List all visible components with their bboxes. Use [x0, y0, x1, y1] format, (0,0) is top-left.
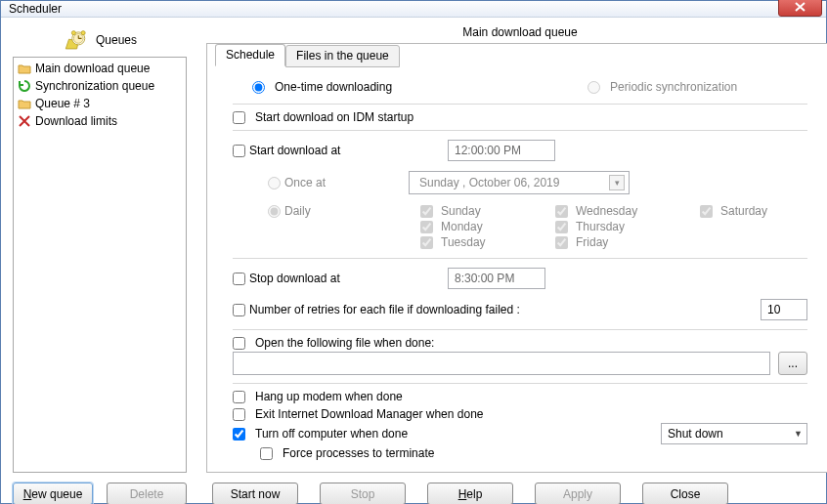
- clock-icon: [63, 28, 88, 52]
- sync-icon: [18, 79, 31, 93]
- stop-time-input[interactable]: [448, 268, 545, 289]
- hangup-checkbox[interactable]: [233, 391, 245, 403]
- startup-checkbox[interactable]: [233, 111, 245, 124]
- tab-files[interactable]: Files in the queue: [285, 45, 400, 67]
- chevron-down-icon: ▼: [794, 429, 803, 439]
- titlebar: Scheduler: [1, 1, 826, 18]
- days-grid: Sunday Wednesday Saturday Monday Thursda…: [420, 204, 807, 249]
- limits-icon: [18, 114, 31, 128]
- chevron-down-icon[interactable]: ▾: [609, 175, 625, 190]
- once-row: Once at Sunday , October 06, 2019 ▾: [233, 166, 807, 199]
- content-area: Queues Main download queue Synchronizati…: [1, 18, 826, 504]
- divider: [233, 104, 807, 105]
- svg-point-2: [71, 31, 75, 35]
- hangup-row: Hang up modem when done: [233, 388, 807, 405]
- queue-list[interactable]: Main download queue Synchronization queu…: [13, 57, 187, 473]
- svg-point-3: [81, 31, 85, 35]
- retries-checkbox[interactable]: [233, 304, 245, 316]
- stop-at-checkbox[interactable]: [233, 273, 245, 285]
- tab-schedule[interactable]: Schedule: [215, 44, 285, 66]
- start-at-checkbox[interactable]: [233, 145, 245, 157]
- turnoff-checkbox[interactable]: [233, 428, 245, 441]
- periodic-radio[interactable]: Periodic synchronization: [588, 80, 737, 94]
- open-file-checkbox[interactable]: [233, 337, 245, 350]
- delete-queue-button[interactable]: Delete: [107, 483, 187, 504]
- browse-button[interactable]: ...: [778, 352, 807, 375]
- queue-item-3[interactable]: Queue # 3: [14, 95, 186, 112]
- stop-button[interactable]: Stop: [320, 483, 406, 504]
- start-now-button[interactable]: Start now: [212, 483, 298, 504]
- day-wednesday[interactable]: Wednesday: [555, 204, 673, 218]
- folder-icon: [18, 62, 31, 75]
- exit-idm-checkbox[interactable]: [233, 408, 245, 421]
- divider: [233, 383, 807, 384]
- force-checkbox[interactable]: [260, 447, 273, 460]
- action-buttons: Start now Stop Help Apply Close: [206, 483, 827, 504]
- queue-item-sync[interactable]: Synchronization queue: [14, 77, 186, 95]
- queue-label: Download limits: [35, 113, 117, 129]
- open-file-input[interactable]: [233, 352, 770, 375]
- day-friday[interactable]: Friday: [555, 235, 673, 249]
- start-time-input[interactable]: [448, 140, 555, 161]
- open-file-checkbox-row: Open the following file when done:: [233, 334, 807, 352]
- once-radio[interactable]: Once at: [268, 176, 399, 189]
- daily-row: Daily Sunday Wednesday Saturday Monday T…: [233, 199, 807, 254]
- panel-title: Main download queue: [206, 25, 827, 39]
- stop-at-row: Stop download at: [233, 263, 807, 294]
- divider: [233, 130, 807, 131]
- day-saturday[interactable]: Saturday: [700, 204, 807, 218]
- settings-panel: Main download queue Schedule Files in th…: [206, 23, 827, 504]
- day-sunday[interactable]: Sunday: [420, 204, 528, 218]
- daily-radio[interactable]: Daily: [268, 204, 399, 218]
- queues-sidebar: Queues Main download queue Synchronizati…: [13, 23, 187, 504]
- one-time-radio[interactable]: One-time downloading: [252, 80, 392, 94]
- mode-row: One-time downloading Periodic synchroniz…: [233, 76, 807, 100]
- help-button[interactable]: Help: [427, 483, 513, 504]
- exit-idm-row: Exit Internet Download Manager when done: [233, 405, 807, 423]
- day-tuesday[interactable]: Tuesday: [420, 235, 528, 249]
- day-thursday[interactable]: Thursday: [555, 220, 673, 233]
- queues-header: Queues: [13, 23, 187, 55]
- queue-label: Queue # 3: [35, 96, 90, 111]
- sidebar-buttons: New queue Delete: [13, 483, 187, 504]
- queue-item-limits[interactable]: Download limits: [14, 112, 186, 130]
- close-icon[interactable]: [778, 0, 822, 17]
- queue-label: Synchronization queue: [35, 78, 154, 94]
- retries-input[interactable]: [761, 299, 807, 320]
- shutdown-select[interactable]: Shut down ▼: [661, 423, 807, 444]
- startup-checkbox-row: Start download on IDM startup: [233, 108, 807, 126]
- tab-schedule-body: One-time downloading Periodic synchroniz…: [207, 66, 827, 472]
- divider: [233, 329, 807, 330]
- apply-button[interactable]: Apply: [535, 483, 621, 504]
- divider: [233, 258, 807, 259]
- tabs: Schedule Files in the queue: [215, 43, 827, 65]
- turnoff-row: Turn off computer when done Shut down ▼: [233, 423, 807, 444]
- queue-label: Main download queue: [35, 61, 150, 76]
- queue-item-main[interactable]: Main download queue: [14, 60, 186, 77]
- day-monday[interactable]: Monday: [420, 220, 528, 233]
- open-file-row: ...: [233, 352, 807, 375]
- force-row: Force processes to terminate: [233, 444, 807, 462]
- once-date-picker[interactable]: Sunday , October 06, 2019 ▾: [409, 171, 630, 194]
- window-title: Scheduler: [9, 2, 778, 16]
- panel-frame: Schedule Files in the queue One-time dow…: [206, 43, 827, 473]
- scheduler-window: Scheduler Queues: [0, 0, 827, 504]
- folder-icon: [18, 97, 31, 110]
- retries-row: Number of retries for each file if downl…: [233, 294, 807, 325]
- start-at-row: Start download at: [233, 135, 807, 166]
- queues-title: Queues: [96, 33, 137, 47]
- close-button[interactable]: Close: [642, 483, 728, 504]
- new-queue-button[interactable]: New queue: [13, 483, 93, 504]
